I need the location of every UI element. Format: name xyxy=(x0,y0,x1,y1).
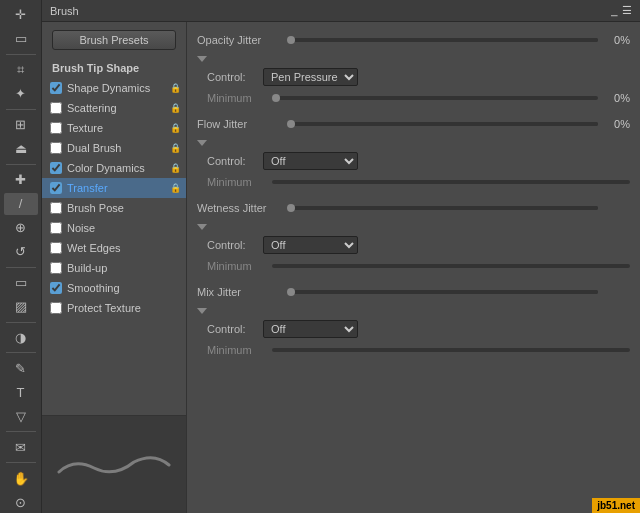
wet-edges-checkbox[interactable] xyxy=(50,242,62,254)
brush-option-smoothing[interactable]: Smoothing xyxy=(42,278,186,298)
brush-option-texture[interactable]: Texture 🔒 xyxy=(42,118,186,138)
brush-option-dual-brush[interactable]: Dual Brush 🔒 xyxy=(42,138,186,158)
texture-checkbox[interactable] xyxy=(50,122,62,134)
tool-clone[interactable]: ⊕ xyxy=(4,217,38,239)
scattering-lock-icon: 🔒 xyxy=(170,103,180,113)
opacity-control-select[interactable]: Pen Pressure Off Fade Pen Tilt xyxy=(263,68,358,86)
transfer-checkbox[interactable] xyxy=(50,182,62,194)
mix-control-row: Control: Off Pen Pressure Fade xyxy=(197,318,630,340)
tool-crop[interactable]: ⊞ xyxy=(4,114,38,136)
flow-control-row: Control: Off Pen Pressure Fade Pen Tilt xyxy=(197,150,630,172)
noise-lock-icon xyxy=(170,223,180,233)
brush-option-scattering[interactable]: Scattering 🔒 xyxy=(42,98,186,118)
tool-eraser[interactable]: ▭ xyxy=(4,272,38,294)
tool-marquee[interactable]: ▭ xyxy=(4,28,38,50)
tool-move[interactable]: ✛ xyxy=(4,4,38,26)
wetness-jitter-slider[interactable] xyxy=(287,206,598,210)
tool-gradient[interactable]: ▨ xyxy=(4,296,38,318)
shape-dynamics-lock-icon: 🔒 xyxy=(170,83,180,93)
spacer xyxy=(42,318,186,415)
wetness-section-triangle[interactable] xyxy=(197,224,207,230)
toolbar: ✛ ▭ ⌗ ✦ ⊞ ⏏ ✚ / ⊕ ↺ ▭ ▨ ◑ ✎ T ▽ ✉ ✋ ⊙ xyxy=(0,0,42,513)
flow-minimum-row: Minimum xyxy=(197,172,630,192)
mix-jitter-track xyxy=(287,290,598,294)
tool-hand[interactable]: ✋ xyxy=(4,467,38,489)
brush-options-list: Shape Dynamics 🔒 Scattering 🔒 Texture 🔒 xyxy=(42,78,186,318)
flow-jitter-slider[interactable] xyxy=(287,122,598,126)
shape-dynamics-label: Shape Dynamics xyxy=(67,82,170,94)
build-up-lock-icon xyxy=(170,263,180,273)
mix-section-triangle-row xyxy=(197,304,630,318)
brush-option-protect-texture[interactable]: Protect Texture xyxy=(42,298,186,318)
opacity-jitter-thumb[interactable] xyxy=(287,36,295,44)
shape-dynamics-checkbox[interactable] xyxy=(50,82,62,94)
noise-checkbox[interactable] xyxy=(50,222,62,234)
tool-magic-wand[interactable]: ✦ xyxy=(4,83,38,105)
tool-healing[interactable]: ✚ xyxy=(4,169,38,191)
tool-divider-4 xyxy=(6,267,36,268)
smoothing-lock-icon xyxy=(170,283,180,293)
brush-option-brush-pose[interactable]: Brush Pose xyxy=(42,198,186,218)
flow-minimum-track xyxy=(272,180,630,184)
brush-option-build-up[interactable]: Build-up xyxy=(42,258,186,278)
tool-pen[interactable]: ✎ xyxy=(4,357,38,379)
opacity-jitter-label: Opacity Jitter xyxy=(197,34,287,46)
tool-eyedropper[interactable]: ⏏ xyxy=(4,138,38,160)
flow-section-triangle[interactable] xyxy=(197,140,207,146)
brush-stroke-svg xyxy=(54,450,174,480)
mix-jitter-thumb[interactable] xyxy=(287,288,295,296)
mix-control-select[interactable]: Off Pen Pressure Fade xyxy=(263,320,358,338)
panel-wrapper: Brush ⎯ ☰ Brush Presets Brush Tip Shape … xyxy=(42,0,640,513)
brush-pose-checkbox[interactable] xyxy=(50,202,62,214)
tool-zoom[interactable]: ⊙ xyxy=(4,491,38,513)
dual-brush-checkbox[interactable] xyxy=(50,142,62,154)
mix-jitter-slider[interactable] xyxy=(287,290,598,294)
panel-collapse-icon[interactable]: ⎯ xyxy=(611,4,618,17)
opacity-jitter-row: Opacity Jitter 0% xyxy=(197,28,630,52)
wetness-minimum-label: Minimum xyxy=(207,260,267,272)
opacity-control-row: Control: Pen Pressure Off Fade Pen Tilt xyxy=(197,66,630,88)
opacity-jitter-slider[interactable] xyxy=(287,38,598,42)
transfer-lock-icon: 🔒 xyxy=(170,183,180,193)
smoothing-checkbox[interactable] xyxy=(50,282,62,294)
tool-notes[interactable]: ✉ xyxy=(4,436,38,458)
scattering-checkbox[interactable] xyxy=(50,102,62,114)
wet-edges-lock-icon xyxy=(170,243,180,253)
build-up-checkbox[interactable] xyxy=(50,262,62,274)
wetness-control-select[interactable]: Off Pen Pressure Fade xyxy=(263,236,358,254)
brush-pose-lock-icon xyxy=(170,203,180,213)
brush-option-wet-edges[interactable]: Wet Edges xyxy=(42,238,186,258)
tool-history-brush[interactable]: ↺ xyxy=(4,241,38,263)
scattering-label: Scattering xyxy=(67,102,170,114)
protect-texture-checkbox[interactable] xyxy=(50,302,62,314)
flow-control-select[interactable]: Off Pen Pressure Fade Pen Tilt xyxy=(263,152,358,170)
color-dynamics-checkbox[interactable] xyxy=(50,162,62,174)
opacity-minimum-thumb[interactable] xyxy=(272,94,280,102)
protect-texture-label: Protect Texture xyxy=(67,302,170,314)
brush-option-transfer[interactable]: Transfer 🔒 xyxy=(42,178,186,198)
panel-menu-icon[interactable]: ☰ xyxy=(622,4,632,17)
tool-lasso[interactable]: ⌗ xyxy=(4,59,38,81)
mix-section-triangle[interactable] xyxy=(197,308,207,314)
opacity-minimum-label: Minimum xyxy=(207,92,267,104)
build-up-label: Build-up xyxy=(67,262,170,274)
tool-shape[interactable]: ▽ xyxy=(4,405,38,427)
texture-lock-icon: 🔒 xyxy=(170,123,180,133)
brush-option-color-dynamics[interactable]: Color Dynamics 🔒 xyxy=(42,158,186,178)
wetness-jitter-thumb[interactable] xyxy=(287,204,295,212)
opacity-section-triangle[interactable] xyxy=(197,56,207,62)
tool-type[interactable]: T xyxy=(4,381,38,403)
wetness-section-triangle-row xyxy=(197,220,630,234)
wetness-minimum-track xyxy=(272,264,630,268)
brush-option-noise[interactable]: Noise xyxy=(42,218,186,238)
brush-option-shape-dynamics[interactable]: Shape Dynamics 🔒 xyxy=(42,78,186,98)
mix-control-label: Control: xyxy=(207,323,257,335)
tool-divider-6 xyxy=(6,352,36,353)
tool-dodge[interactable]: ◑ xyxy=(4,326,38,348)
tool-brush[interactable]: / xyxy=(4,193,38,215)
brush-presets-button[interactable]: Brush Presets xyxy=(52,30,176,50)
brush-pose-label: Brush Pose xyxy=(67,202,170,214)
panel-title-icons: ⎯ ☰ xyxy=(611,4,632,17)
wetness-jitter-label: Wetness Jitter xyxy=(197,202,287,214)
flow-jitter-thumb[interactable] xyxy=(287,120,295,128)
